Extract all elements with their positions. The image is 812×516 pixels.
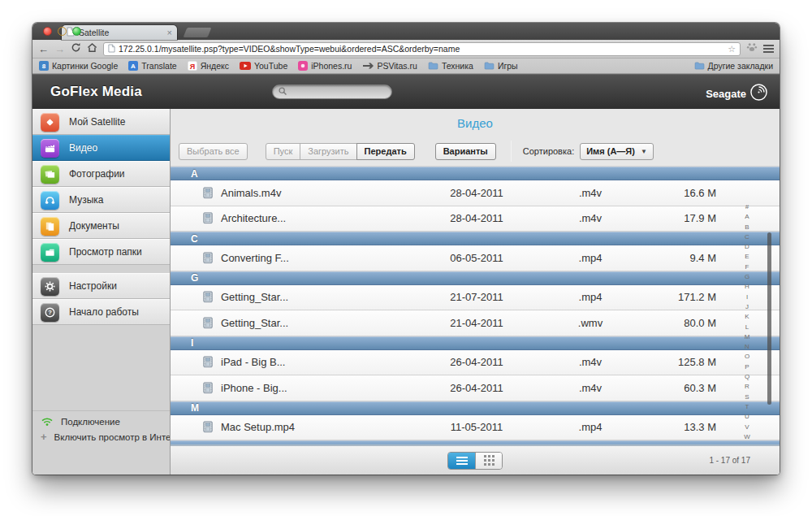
reload-button[interactable] bbox=[71, 41, 81, 56]
file-date: 28-04-2011 bbox=[416, 187, 538, 199]
alphabet-letter[interactable]: B bbox=[741, 223, 754, 232]
bookmark-item[interactable]: PSVitas.ru bbox=[362, 61, 417, 71]
alphabet-letter[interactable]: D bbox=[741, 242, 754, 252]
alphabet-letter[interactable]: C bbox=[741, 232, 754, 242]
address-bar[interactable]: ☆ bbox=[103, 42, 741, 56]
bookmark-item[interactable]: ЯЯндекс bbox=[188, 61, 229, 71]
scrollbar-thumb[interactable] bbox=[767, 232, 771, 405]
file-extension: .m4v bbox=[538, 187, 643, 199]
list-footer: 1 - 17 of 17 bbox=[171, 444, 780, 475]
extension-paw-icon[interactable] bbox=[746, 41, 758, 56]
grid-view-button[interactable] bbox=[475, 453, 502, 469]
alphabet-letter[interactable]: M bbox=[741, 332, 754, 342]
alphabet-letter[interactable]: G bbox=[741, 272, 754, 282]
bookmark-star-icon[interactable]: ☆ bbox=[728, 44, 736, 54]
alphabet-letter[interactable]: W bbox=[741, 432, 754, 442]
bookmark-label: iPhones.ru bbox=[311, 61, 352, 71]
sidebar-item[interactable]: Музыка bbox=[32, 187, 170, 213]
file-extension: .m4v bbox=[538, 382, 643, 394]
sidebar-item[interactable]: Просмотр папки bbox=[32, 239, 170, 265]
forward-button[interactable]: → bbox=[54, 44, 65, 54]
bookmark-item[interactable]: 8Картинки Google bbox=[39, 61, 118, 71]
alphabet-letter[interactable]: K bbox=[741, 312, 754, 322]
folder-icon bbox=[694, 62, 705, 70]
grid-view-icon bbox=[484, 455, 495, 466]
search-icon bbox=[278, 85, 287, 99]
file-row[interactable]: iPad - Big B...26-04-2011.m4v125.8 M bbox=[171, 350, 780, 376]
file-row[interactable]: Getting_Star...21-07-2011.mp4171.2 M bbox=[171, 285, 780, 311]
url-input[interactable] bbox=[119, 44, 724, 54]
bookmark-item[interactable]: iPhones.ru bbox=[298, 61, 352, 71]
bookmark-item[interactable]: Техника bbox=[428, 61, 473, 71]
zoom-window-button[interactable] bbox=[72, 27, 81, 36]
file-row[interactable]: Animals.m4v28-04-2011.m4v16.6 M bbox=[171, 180, 780, 206]
alphabet-letter[interactable]: X bbox=[741, 442, 754, 444]
sidebar-item[interactable]: Документы bbox=[32, 213, 170, 239]
minimize-window-button[interactable] bbox=[58, 27, 67, 36]
file-row[interactable]: Mac Setup.mp411-05-2011.mp413.3 M bbox=[171, 415, 780, 441]
list-view-button[interactable] bbox=[448, 453, 475, 469]
share-button[interactable]: Передать bbox=[356, 143, 415, 160]
alphabet-letter[interactable]: F bbox=[741, 262, 754, 272]
search-input[interactable] bbox=[290, 87, 405, 97]
section-letter: I bbox=[171, 337, 193, 349]
select-all-button[interactable]: Выбрать все bbox=[179, 143, 248, 160]
alphabet-letter[interactable]: S bbox=[741, 392, 754, 402]
tab-title: Satellite bbox=[79, 28, 163, 37]
close-tab-icon[interactable]: × bbox=[167, 28, 172, 37]
main-panel: Видео Выбрать все Пуск Загрузить Передат… bbox=[171, 109, 780, 475]
connection-status[interactable]: Подключение bbox=[41, 417, 170, 427]
options-button[interactable]: Варианты bbox=[435, 143, 496, 160]
help-icon: ? bbox=[41, 303, 59, 322]
sidebar-footer: Подключение + Включить просмотр в Инте bbox=[32, 410, 170, 447]
iphones-icon bbox=[298, 61, 308, 71]
sidebar-item-label: Музыка bbox=[69, 194, 103, 206]
sidebar-item[interactable]: Фотографии bbox=[32, 161, 170, 187]
home-button[interactable] bbox=[87, 41, 97, 56]
alphabet-letter[interactable]: N bbox=[741, 342, 754, 352]
sidebar-item[interactable]: ?Начало работы bbox=[32, 299, 170, 325]
file-row[interactable]: Converting F...06-05-2011.mp49.4 M bbox=[171, 245, 780, 271]
file-name: Architecture... bbox=[221, 212, 416, 224]
sidebar-item-label: Мой Satellite bbox=[69, 116, 126, 128]
alphabet-letter[interactable]: P bbox=[741, 362, 754, 372]
alphabet-letter[interactable]: T bbox=[741, 402, 754, 412]
sidebar-item[interactable]: Мой Satellite bbox=[32, 109, 170, 135]
enable-remote-access[interactable]: + Включить просмотр в Инте bbox=[41, 431, 170, 443]
new-tab-button[interactable] bbox=[184, 28, 212, 37]
alphabet-letter[interactable]: E bbox=[741, 252, 754, 262]
download-button[interactable]: Загрузить bbox=[300, 143, 356, 160]
alphabet-letter[interactable]: L bbox=[741, 323, 754, 332]
back-button[interactable]: ← bbox=[38, 44, 49, 54]
alphabet-letter[interactable]: I bbox=[741, 293, 754, 302]
alphabet-letter[interactable]: R bbox=[741, 382, 754, 392]
search-box[interactable] bbox=[272, 85, 392, 99]
close-window-button[interactable] bbox=[43, 27, 52, 36]
file-date: 11-05-2011 bbox=[416, 421, 538, 433]
action-button-group: Пуск Загрузить Передать bbox=[266, 143, 415, 160]
alphabet-letter[interactable]: U bbox=[741, 412, 754, 422]
file-row[interactable]: Getting_Star...21-04-2011.wmv80.0 M bbox=[171, 310, 780, 336]
menu-icon[interactable] bbox=[763, 45, 774, 53]
bookmark-item[interactable]: ATranslate bbox=[128, 61, 176, 71]
play-button[interactable]: Пуск bbox=[266, 143, 301, 160]
translate-icon: A bbox=[128, 61, 138, 71]
other-bookmarks-button[interactable]: Другие закладки bbox=[694, 61, 773, 71]
alphabet-letter[interactable]: H bbox=[741, 282, 754, 292]
sidebar-item[interactable]: Видео bbox=[32, 135, 170, 161]
alphabet-letter[interactable]: V bbox=[741, 423, 754, 432]
alphabet-letter[interactable]: Q bbox=[741, 372, 754, 382]
alphabet-letter[interactable]: J bbox=[741, 302, 754, 312]
satellite-icon bbox=[41, 113, 59, 132]
section-letter: M bbox=[171, 402, 199, 414]
sidebar-item[interactable]: Настройки bbox=[32, 273, 170, 299]
alphabet-letter[interactable]: A bbox=[741, 212, 754, 222]
alphabet-letter[interactable]: # bbox=[741, 202, 754, 212]
file-row[interactable]: iPhone - Big...26-04-2011.m4v60.3 M bbox=[171, 375, 780, 401]
alphabet-letter[interactable]: O bbox=[741, 352, 754, 362]
file-row[interactable]: Architecture...28-04-2011.m4v17.9 M bbox=[171, 206, 780, 232]
sort-dropdown[interactable]: Имя (А—Я) ▼ bbox=[580, 143, 654, 160]
bookmark-item[interactable]: YouTube bbox=[240, 61, 287, 71]
bookmark-item[interactable]: Игры bbox=[484, 61, 518, 71]
file-extension: .m4v bbox=[538, 212, 643, 224]
